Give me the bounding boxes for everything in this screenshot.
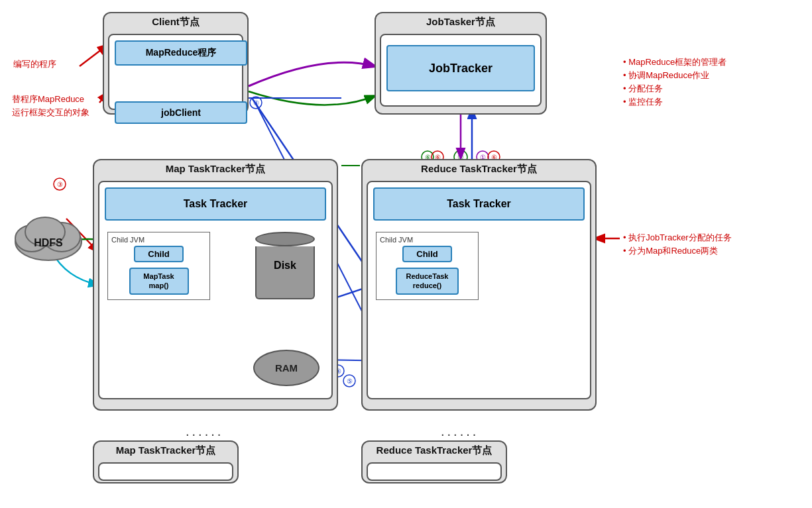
annotation-tasktracker-1: • 执行JobTracker分配的任务 bbox=[623, 232, 732, 244]
diagram-container: ① ② ④ ③ ① ④ ⑤ ⑤ bbox=[0, 0, 812, 508]
reduce-child-jvm-area: Child JVM Child ReduceTask reduce() bbox=[376, 232, 479, 300]
disk-body: Disk bbox=[255, 246, 315, 299]
map-ram: RAM bbox=[253, 350, 319, 386]
reduce-tt-inner: Task Tracker Child JVM Child ReduceTask … bbox=[367, 181, 591, 399]
map-task-tracker: Task Tracker bbox=[105, 187, 326, 221]
reduce-task-comp: ReduceTask reduce() bbox=[396, 268, 459, 295]
map-task-comp: MapTask map() bbox=[129, 268, 189, 295]
annotation-jobtracker-2: • 协调MapReduce作业 bbox=[623, 70, 709, 81]
svg-point-18 bbox=[343, 375, 355, 387]
jobtracker-node-title: JobTasker节点 bbox=[376, 13, 546, 31]
annotation-jobtracker-4: • 监控任务 bbox=[623, 96, 663, 108]
map-tt-inner: Task Tracker Child JVM Child MapTask map… bbox=[98, 181, 333, 399]
reduce-tt-bottom-inner bbox=[367, 462, 502, 481]
annotation-written-program: 编写的程序 bbox=[13, 58, 56, 70]
map-tt-bottom-title: Map TaskTracker节点 bbox=[94, 442, 237, 460]
disk-label: Disk bbox=[257, 246, 314, 272]
jobtracker-node: JobTasker节点 JobTracker bbox=[375, 12, 547, 115]
client-node: Client节点 MapReduce程序 jobClient bbox=[103, 12, 249, 115]
disk-top bbox=[255, 232, 315, 246]
svg-text:HDFS: HDFS bbox=[34, 237, 63, 248]
svg-text:④: ④ bbox=[253, 99, 259, 107]
map-tt-title: Map TaskTracker节点 bbox=[94, 160, 337, 178]
annotation-jobtracker-3: • 分配任务 bbox=[623, 83, 663, 95]
job-client: jobClient bbox=[115, 101, 247, 124]
jobtracker-comp: JobTracker bbox=[386, 45, 535, 91]
annotation-replace-program: 替程序MapReduce 运行框架交互的对象 bbox=[12, 93, 89, 119]
reduce-tt-bottom-node: Reduce TaskTracker节点 bbox=[361, 440, 507, 483]
annotation-jobtracker-1: • MapReduce框架的管理者 bbox=[623, 56, 726, 68]
reduce-tt-bottom-title: Reduce TaskTracker节点 bbox=[363, 442, 506, 460]
client-node-inner: MapReduce程序 jobClient bbox=[108, 34, 243, 110]
annotation-tasktracker-2: • 分为Map和Reduce两类 bbox=[623, 245, 718, 257]
svg-text:③: ③ bbox=[57, 181, 63, 188]
map-tt-bottom-node: Map TaskTracker节点 bbox=[93, 440, 239, 483]
annotation-replace-text1: 替程序MapReduce 运行框架交互的对象 bbox=[12, 94, 89, 117]
reduce-dots: ...... bbox=[441, 424, 479, 439]
reduce-child: Child bbox=[402, 246, 452, 262]
reduce-task-tracker: Task Tracker bbox=[373, 187, 585, 221]
reduce-tt-title: Reduce TaskTracker节点 bbox=[363, 160, 595, 178]
map-tt-bottom-inner bbox=[98, 462, 233, 481]
svg-point-11 bbox=[54, 178, 66, 190]
map-child-jvm-label: Child JVM bbox=[111, 236, 206, 244]
reduce-tt-node: Reduce TaskTracker节点 Task Tracker Child … bbox=[361, 159, 597, 411]
client-node-title: Client节点 bbox=[104, 13, 247, 31]
jobtracker-node-inner: JobTracker bbox=[380, 34, 542, 107]
map-disk: Disk bbox=[255, 232, 315, 299]
map-child-jvm-area: Child JVM Child MapTask map() bbox=[107, 232, 210, 300]
map-tt-node: Map TaskTracker节点 Task Tracker Child JVM… bbox=[93, 159, 338, 411]
svg-text:⑤: ⑤ bbox=[347, 378, 353, 385]
hdfs-cloud: HDFS bbox=[12, 205, 85, 262]
svg-point-9 bbox=[250, 97, 262, 109]
map-dots: ...... bbox=[186, 424, 223, 439]
mapreduce-prog: MapReduce程序 bbox=[115, 40, 247, 66]
reduce-child-jvm-label: Child JVM bbox=[380, 236, 475, 244]
map-child: Child bbox=[134, 246, 184, 262]
